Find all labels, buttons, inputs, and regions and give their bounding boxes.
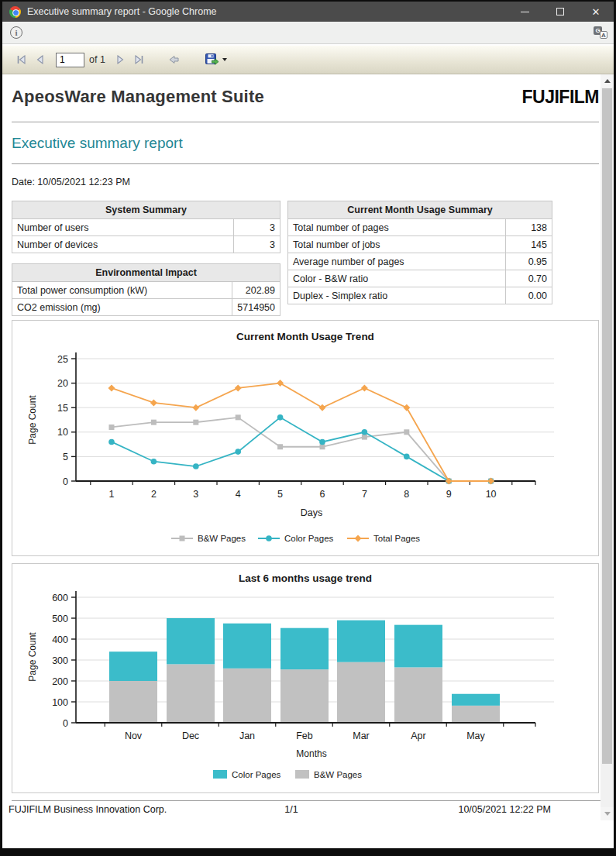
- svg-text:B&W Pages: B&W Pages: [314, 770, 362, 779]
- table-row: Number of users 3: [12, 219, 280, 236]
- scrollbar-down-button[interactable]: [601, 807, 614, 820]
- environmental-impact-table: Environmental Impact Total power consump…: [12, 263, 280, 316]
- svg-text:500: 500: [52, 614, 68, 624]
- svg-text:10: 10: [486, 489, 497, 500]
- report-content: ApeosWare Management Suite FUJIFILM Exec…: [2, 74, 609, 815]
- row-label: Number of users: [12, 219, 234, 236]
- row-label: Number of devices: [12, 236, 234, 253]
- scrollbar-up-button[interactable]: [601, 74, 614, 88]
- page-info-icon[interactable]: i: [10, 26, 22, 39]
- summary-tables: System Summary Number of users 3 Number …: [12, 201, 609, 316]
- svg-text:4: 4: [236, 489, 241, 500]
- row-label: Color - B&W ratio: [288, 270, 506, 287]
- row-value: 3: [234, 219, 280, 236]
- svg-text:Last 6 months usage trend: Last 6 months usage trend: [239, 572, 372, 584]
- row-label: CO2 emission (mg): [12, 299, 232, 316]
- row-value: 145: [506, 236, 552, 253]
- svg-text:7: 7: [362, 489, 367, 500]
- vertical-scrollbar[interactable]: [601, 74, 614, 820]
- svg-text:20: 20: [57, 378, 68, 389]
- table-row: Total number of jobs 145: [288, 236, 552, 253]
- report-header: ApeosWare Management Suite FUJIFILM: [12, 87, 599, 108]
- first-page-icon: [15, 53, 28, 66]
- previous-page-icon: [34, 53, 46, 66]
- svg-text:100: 100: [52, 697, 68, 708]
- last-page-icon: [132, 53, 145, 66]
- fujifilm-logo: FUJIFILM: [522, 87, 600, 108]
- minimize-icon: [521, 12, 529, 12]
- svg-text:25: 25: [57, 354, 68, 365]
- footer-page-number: 1/1: [210, 804, 373, 815]
- export-button[interactable]: [204, 53, 227, 67]
- close-button[interactable]: ✕: [578, 2, 614, 22]
- row-value: 3: [234, 236, 280, 253]
- close-icon: ✕: [592, 7, 601, 17]
- svg-text:Days: Days: [301, 507, 322, 518]
- info-bar: i G A: [2, 22, 614, 44]
- svg-text:Apr: Apr: [411, 731, 425, 741]
- svg-text:Jan: Jan: [239, 731, 255, 741]
- row-label: Total power consumption (kW): [12, 282, 232, 299]
- row-value: 5714950: [232, 299, 280, 316]
- next-page-button[interactable]: [111, 50, 129, 69]
- svg-text:May: May: [466, 731, 485, 741]
- row-value: 0.95: [506, 253, 552, 270]
- report-page: ApeosWare Management Suite FUJIFILM Exec…: [2, 74, 614, 848]
- maximize-button[interactable]: [542, 2, 578, 22]
- table-row: Duplex - Simplex ratio 0.00: [288, 287, 552, 304]
- export-dropdown-caret-icon: [222, 58, 227, 61]
- table-row: Total power consumption (kW) 202.89: [12, 282, 280, 299]
- divider: [12, 800, 602, 801]
- svg-text:B&W Pages: B&W Pages: [198, 534, 246, 543]
- svg-text:0: 0: [63, 476, 68, 487]
- row-value: 138: [506, 219, 552, 236]
- last-page-button[interactable]: [129, 50, 148, 69]
- svg-text:Dec: Dec: [182, 731, 199, 741]
- app-title: ApeosWare Management Suite: [12, 87, 264, 107]
- svg-text:Color Pages: Color Pages: [284, 534, 334, 543]
- svg-text:300: 300: [52, 655, 68, 666]
- table-title: System Summary: [12, 201, 280, 219]
- save-export-icon: [204, 53, 219, 67]
- table-row: Total number of pages 138: [288, 219, 552, 236]
- svg-text:Total Pages: Total Pages: [373, 534, 420, 543]
- minimize-button[interactable]: [507, 2, 542, 22]
- svg-text:10: 10: [57, 427, 68, 438]
- svg-text:8: 8: [404, 489, 409, 500]
- page-number-input[interactable]: [56, 53, 84, 67]
- first-page-button[interactable]: [12, 50, 31, 69]
- report-toolbar: of 1: [2, 44, 614, 74]
- last-6-months-usage-trend-panel: 0100200300400500600NovDecJanFebMarAprMay…: [12, 563, 599, 793]
- table-title: Environmental Impact: [12, 264, 280, 282]
- chrome-icon: [9, 6, 21, 18]
- footer-company: FUJIFILM Business Innovation Corp.: [9, 804, 210, 815]
- scrollbar-thumb[interactable]: [602, 88, 612, 764]
- current-month-usage-trend-chart: 051015202512345678910Current Month Usage…: [12, 321, 598, 552]
- svg-text:Color Pages: Color Pages: [232, 770, 281, 779]
- svg-text:5: 5: [277, 489, 283, 500]
- svg-text:2: 2: [151, 489, 157, 500]
- report-title: Executive summary report: [12, 135, 609, 152]
- title-bar: Executive summary report - Google Chrome…: [2, 2, 614, 22]
- back-to-parent-button[interactable]: [165, 50, 184, 69]
- svg-text:15: 15: [57, 403, 68, 414]
- table-row: Color - B&W ratio 0.70: [288, 270, 552, 287]
- svg-text:Nov: Nov: [125, 731, 143, 741]
- back-arrow-icon: [167, 53, 181, 66]
- svg-text:6: 6: [320, 489, 325, 500]
- svg-text:Page Count: Page Count: [27, 632, 38, 682]
- row-value: 0.00: [506, 287, 552, 304]
- report-footer: FUJIFILM Business Innovation Corp. 1/1 1…: [9, 804, 551, 815]
- divider: [12, 122, 599, 122]
- last-6-months-usage-trend-chart: 0100200300400500600NovDecJanFebMarAprMay…: [12, 564, 598, 789]
- translate-icon[interactable]: G A: [594, 26, 607, 39]
- svg-text:Page Count: Page Count: [27, 395, 38, 445]
- row-label: Duplex - Simplex ratio: [288, 287, 506, 304]
- svg-text:200: 200: [52, 676, 68, 687]
- footer-timestamp: 10/05/2021 12:22 PM: [373, 804, 551, 815]
- browser-window-frame: Executive summary report - Google Chrome…: [0, 0, 616, 856]
- row-value: 0.70: [506, 270, 552, 287]
- previous-page-button[interactable]: [31, 50, 50, 69]
- svg-text:Current Month Usage Trend: Current Month Usage Trend: [236, 331, 374, 342]
- row-value: 202.89: [232, 282, 280, 299]
